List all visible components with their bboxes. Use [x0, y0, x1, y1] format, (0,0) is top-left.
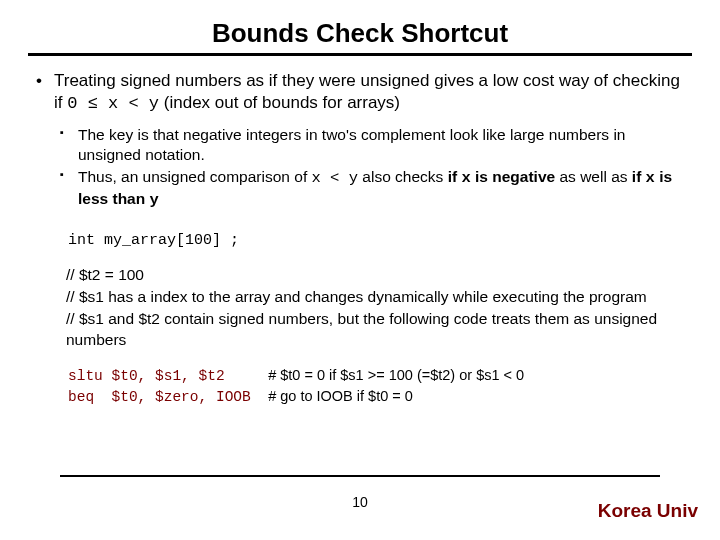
main-bullets: Treating signed numbers as if they were … — [28, 70, 692, 210]
asm-line-1: sltu $t0, $s1, $t2 — [68, 368, 225, 384]
sub-2-bold2: is negative — [471, 168, 555, 185]
bullet-1: Treating signed numbers as if they were … — [54, 70, 692, 210]
sub-2-bold1: if — [448, 168, 462, 185]
sub-2-code1: x < y — [312, 169, 359, 187]
comment-3: // $s1 and $t2 contain signed numbers, b… — [66, 309, 692, 351]
sub-2-code2: x — [461, 169, 470, 187]
asm-comment-1: # $t0 = 0 if $s1 >= 100 (=$t2) or $s1 < … — [268, 367, 524, 383]
bullet-1-text-b: (index out of bounds for arrays) — [159, 93, 400, 112]
asm-comment-2: # go to IOOB if $t0 = 0 — [268, 388, 413, 404]
comments-block: // $t2 = 100 // $s1 has a index to the a… — [66, 265, 692, 351]
sub-2-code4: y — [150, 191, 159, 209]
title-rule — [28, 53, 692, 56]
comment-2: // $s1 has a index to the array and chan… — [66, 287, 692, 308]
asm-line-2: beq $t0, $zero, IOOB — [68, 389, 251, 405]
c-declaration: int my_array[100] ; — [68, 232, 692, 249]
sub-2: Thus, an unsigned comparison of x < y al… — [78, 167, 692, 209]
sub-2-b: also checks — [358, 168, 448, 185]
sub-2-c: as well as — [555, 168, 632, 185]
asm-block: sltu $t0, $s1, $t2 # $t0 = 0 if $s1 >= 1… — [68, 366, 692, 407]
sub-2-code3: x — [646, 169, 655, 187]
sub-2-bold3: if — [632, 168, 646, 185]
bullet-1-code: 0 ≤ x < y — [67, 94, 159, 113]
comment-1: // $t2 = 100 — [66, 265, 692, 286]
footer-rule — [60, 475, 660, 477]
sub-bullets: The key is that negative integers in two… — [54, 125, 692, 210]
sub-1: The key is that negative integers in two… — [78, 125, 692, 165]
sub-2-a: Thus, an unsigned comparison of — [78, 168, 312, 185]
brand: Korea Univ — [598, 500, 698, 522]
slide-title: Bounds Check Shortcut — [28, 18, 692, 49]
